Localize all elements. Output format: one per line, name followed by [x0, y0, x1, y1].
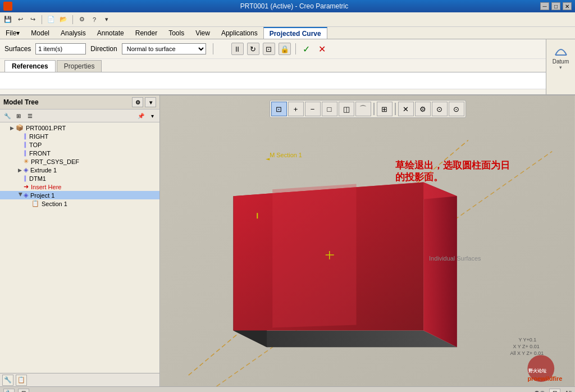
menu-tools[interactable]: Tools [163, 27, 190, 39]
qa-help[interactable]: ? [89, 14, 100, 25]
tab-references[interactable]: References [4, 60, 56, 72]
qa-new[interactable]: 📄 [45, 14, 57, 25]
project-toggle[interactable]: ▶ [18, 193, 24, 198]
section-icon: 📋 [31, 200, 39, 207]
tree-toggle-prt0001[interactable]: ▶ [10, 125, 16, 131]
surfaces-input[interactable] [35, 43, 86, 54]
tree-item-project1[interactable]: ▶ ◈ Project 1 [0, 191, 159, 199]
menu-file[interactable]: File▾ [0, 27, 25, 39]
vp-curve[interactable]: ⌒ [355, 102, 371, 116]
tree-item-csys[interactable]: ✳ PRT_CSYS_DEF [0, 157, 159, 166]
viewport[interactable]: ⊡ + − □ ◫ ⌒ ⊞ ✕ ⚙ ⊙ ⊙ [160, 95, 575, 386]
menu-model[interactable]: Model [25, 27, 55, 39]
tree-filter-icon[interactable]: ▾ [145, 97, 156, 107]
tree-tool-1[interactable]: 🔧 [2, 111, 12, 121]
vp-display2[interactable]: ⊙ [449, 102, 464, 116]
pause-btn[interactable]: ⏸ [231, 43, 244, 55]
tree-dropdown-icon[interactable]: ▾ [147, 111, 157, 121]
svg-marker-14 [266, 158, 270, 161]
vp-analysis[interactable]: ⚙ [415, 102, 431, 116]
vp-zoom-in[interactable]: + [288, 102, 304, 116]
svg-text:X Y Z+ 0.01: X Y Z+ 0.01 [513, 344, 540, 349]
surfaces-label: Surfaces [4, 45, 31, 53]
dtm1-icon: ∥ [24, 175, 27, 182]
model-tree-header: Model Tree ⚙ ▾ [0, 95, 159, 110]
maximize-btn[interactable]: □ [551, 2, 560, 10]
project1-label: Project 1 [30, 192, 54, 199]
tree-item-extrude1[interactable]: ▶ ◈ Extrude 1 [0, 166, 159, 174]
tab-content-area [0, 72, 575, 89]
model-tree-content: ▶ 📦 PRT0001.PRT ∥ RIGHT ∥ TOP [0, 122, 159, 373]
direction-label: Direction [90, 45, 117, 53]
vp-sep-2 [395, 103, 396, 115]
svg-line-3 [217, 152, 553, 386]
insert-icon: ➜ [24, 183, 29, 190]
statusbar-icon-1[interactable]: 🔧 [3, 389, 15, 393]
display-btn[interactable]: ⊡ [263, 43, 275, 55]
vp-zoom-out[interactable]: − [305, 102, 321, 116]
top-icon: ∥ [24, 141, 27, 148]
vp-spin[interactable]: ◫ [339, 102, 354, 116]
tree-item-prt0001[interactable]: ▶ 📦 PRT0001.PRT [0, 124, 159, 132]
qa-save[interactable]: 💾 [2, 14, 13, 25]
svg-marker-8 [233, 182, 423, 330]
top-label: TOP [29, 142, 42, 148]
svg-text:proewildfire: proewildfire [527, 375, 562, 382]
ribbon: Datum ▾ Surfaces Direction Normal to sur… [0, 39, 575, 95]
tree-item-section1[interactable]: 📋 Section 1 [0, 199, 159, 208]
lock-btn[interactable]: 🔒 [279, 43, 291, 55]
prt0001-icon: 📦 [16, 124, 24, 131]
qa-redo[interactable]: ↪ [27, 14, 38, 25]
vp-display1[interactable]: ⊙ [432, 102, 448, 116]
bottom-icon-1[interactable]: 🔧 [2, 375, 13, 386]
direction-select[interactable]: Normal to surfaceAlong direction [122, 43, 206, 54]
cycle-btn[interactable]: ↻ [247, 43, 259, 55]
vp-zoom-fit[interactable]: ⊡ [271, 102, 287, 116]
menu-projected-curve[interactable]: Projected Curve [263, 27, 327, 39]
extrude-toggle[interactable]: ▶ [18, 167, 24, 173]
menu-annotate[interactable]: Annotate [92, 27, 130, 39]
svg-text:野火论坛: 野火论坛 [528, 368, 547, 373]
right-label: RIGHT [29, 133, 48, 140]
menu-applications[interactable]: Applications [216, 27, 263, 39]
tree-tool-2[interactable]: ⊞ [13, 111, 24, 121]
tree-tool-3[interactable]: ☰ [25, 111, 35, 121]
vp-table[interactable]: ⊞ [377, 102, 393, 116]
menu-view[interactable]: View [190, 27, 216, 39]
tree-pin-icon[interactable]: 📌 [136, 111, 146, 121]
menu-analysis[interactable]: Analysis [55, 27, 92, 39]
datum-sidebar: Datum ▾ [546, 39, 575, 94]
tab-properties[interactable]: Properties [57, 60, 102, 72]
csys-icon: ✳ [24, 158, 29, 165]
tree-item-dtm1[interactable]: ∥ DTM1 [0, 174, 159, 183]
datum-icon[interactable]: Datum ▾ [553, 43, 569, 70]
statusbar-icon-2[interactable]: ⊞ [18, 389, 29, 393]
svg-marker-4 [233, 330, 457, 347]
minimize-btn[interactable]: ─ [540, 2, 549, 10]
qa-undo[interactable]: ↩ [15, 14, 26, 25]
tree-item-top[interactable]: ∥ TOP [0, 140, 159, 149]
qa-dropdown[interactable]: ▾ [101, 14, 112, 25]
statusbar-icon-3[interactable]: ⊟ [549, 389, 560, 393]
qa-settings[interactable]: ⚙ [76, 14, 88, 25]
tree-item-insert[interactable]: ➜ Insert Here [0, 183, 159, 191]
vp-sep-1 [373, 103, 375, 115]
close-btn[interactable]: ✕ [563, 2, 572, 10]
accept-btn[interactable]: ✓ [300, 43, 313, 55]
tree-item-right[interactable]: ∥ RIGHT [0, 132, 159, 140]
svg-text:M Section 1: M Section 1 [270, 152, 302, 158]
menu-render[interactable]: Render [130, 27, 163, 39]
bottom-icon-2[interactable]: 📋 [16, 375, 27, 386]
tree-item-front[interactable]: ∥ FRONT [0, 149, 159, 157]
tree-toolbar: 🔧 ⊞ ☰ 📌 ▾ [0, 110, 159, 122]
vp-cross[interactable]: ✕ [398, 102, 414, 116]
datum-svg-icon [553, 43, 569, 58]
quick-access-toolbar: 💾 ↩ ↪ 📄 📂 ⚙ ? ▾ [0, 12, 575, 27]
qa-open[interactable]: 📂 [58, 14, 69, 25]
window-controls[interactable]: ─ □ ✕ [540, 2, 572, 10]
vp-refit[interactable]: □ [322, 102, 337, 116]
csys-label: PRT_CSYS_DEF [31, 158, 79, 165]
tree-settings-icon[interactable]: ⚙ [132, 97, 143, 107]
left-panel: Model Tree ⚙ ▾ 🔧 ⊞ ☰ 📌 ▾ ▶ 📦 PRT0001.PRT [0, 95, 160, 386]
cancel-btn[interactable]: ✕ [316, 43, 328, 55]
